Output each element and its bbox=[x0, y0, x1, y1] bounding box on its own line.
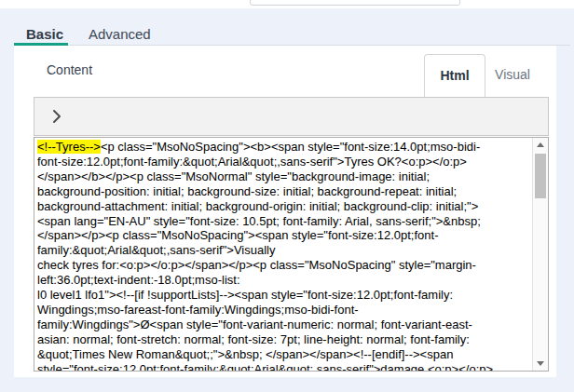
code-line: background-attachment: initial; backgrou… bbox=[37, 199, 531, 214]
triangle-up-icon bbox=[537, 142, 544, 147]
editor-toolbar bbox=[34, 97, 549, 136]
code-line: family:&quot;Arial&quot;,sans-serif">Vis… bbox=[37, 243, 531, 258]
code-line: </span></p><p class="MsoNoSpacing"><span… bbox=[37, 228, 531, 243]
highlighted-comment: <!--Tyres--> bbox=[37, 140, 101, 154]
code-line: <span lang="EN-AU" style="font-size: 10.… bbox=[37, 214, 531, 229]
content-field-label: Content bbox=[47, 62, 92, 77]
tab-visual[interactable]: Visual bbox=[485, 54, 540, 97]
code-line: style="font-size:12.0pt;font-family:&quo… bbox=[37, 362, 531, 371]
toolbar-expand-button[interactable] bbox=[46, 106, 68, 128]
tab-html[interactable]: Html bbox=[424, 54, 485, 97]
code-line: l0 level1 lfo1"><!--[if !supportLists]--… bbox=[37, 288, 531, 303]
code-line: font-size:12.0pt;font-family:&quot;Arial… bbox=[37, 155, 531, 169]
chevron-right-icon bbox=[50, 114, 63, 128]
triangle-down-icon bbox=[537, 361, 544, 366]
page: Basic Advanced Content Html Visual <!--T… bbox=[0, 0, 574, 392]
code-line: Wingdings;mso-fareast-font-family:Wingdi… bbox=[37, 303, 531, 318]
tab-advanced[interactable]: Advanced bbox=[89, 26, 151, 42]
code-line: left:36.0pt;text-indent:-18.0pt;mso-list… bbox=[37, 273, 531, 288]
scrollbar-thumb[interactable] bbox=[535, 154, 546, 198]
scroll-up-button[interactable] bbox=[533, 138, 548, 152]
tab-basic[interactable]: Basic bbox=[26, 26, 63, 42]
html-source-text: <!--Tyres--><p class="MsoNoSpacing"><b><… bbox=[34, 138, 532, 371]
code-line: background-position: initial; background… bbox=[37, 184, 531, 199]
code-line: </span></b></p><p class="MsoNormal" styl… bbox=[37, 169, 531, 184]
vertical-scrollbar[interactable] bbox=[532, 138, 548, 371]
code-line: asian: normal; font-stretch: normal; fon… bbox=[37, 332, 531, 347]
code-line: &quot;Times New Roman&quot;;">&nbsp; </s… bbox=[37, 347, 531, 362]
scroll-down-button[interactable] bbox=[533, 357, 548, 371]
code-line: <!--Tyres--><p class="MsoNoSpacing"><b><… bbox=[37, 140, 531, 155]
cropped-field-above[interactable] bbox=[250, 0, 460, 6]
code-line: check tyres for:<o:p></o:p></span></p><p… bbox=[37, 258, 531, 273]
code-line: family:Wingdings">Ø<span style="font-var… bbox=[37, 318, 531, 332]
html-source-editor[interactable]: <!--Tyres--><p class="MsoNoSpacing"><b><… bbox=[34, 137, 549, 372]
